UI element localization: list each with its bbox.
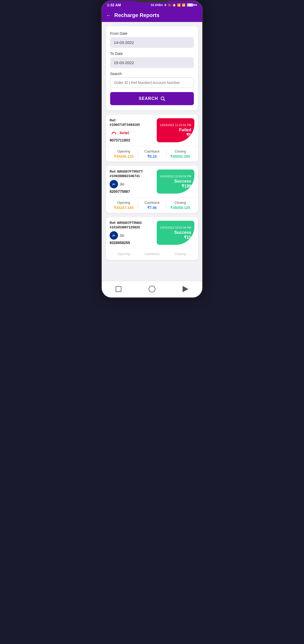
svg-line-1 (164, 100, 165, 101)
status-amount-1: ₹5 (186, 132, 191, 137)
closing-2: Closing ₹45056.125 (166, 201, 194, 210)
txn-info-3: Ref: BR0007FTR8IG #101653897125820 jio J… (110, 221, 154, 245)
provider-name-1: Airtel (120, 131, 129, 135)
balance-row-1: Opening ₹45056.125 Cashback ₹0.16 Closin… (106, 146, 198, 162)
provider-name-2: Jio (120, 182, 124, 186)
txn-ref-label-3: Ref: BR0007FTR8IG (110, 221, 154, 225)
search-button[interactable]: SEARCH (110, 92, 194, 105)
cashback-label-2: Cashback (138, 201, 166, 205)
txn-top-2: Ref: BR0007FTRNTT #109288882346741 jio J… (106, 166, 198, 197)
txn-ref-label-2: Ref: BR0007FTRNTT (110, 170, 154, 173)
search-input[interactable] (110, 77, 194, 88)
opening-3: Opening (110, 252, 138, 257)
main-content: From Date To Date Search SEARCH Ref: (102, 22, 202, 281)
nav-home-button[interactable] (147, 284, 157, 294)
from-date-label: From Date (110, 31, 194, 36)
header: ← Recharge Reports (102, 9, 202, 22)
bottom-nav (102, 281, 202, 297)
cashback-value-1: ₹0.16 (138, 154, 166, 159)
nav-back-button[interactable] (180, 284, 191, 294)
txn-info-2: Ref: BR0007FTRNTT #109288882346741 jio J… (110, 170, 154, 194)
notch (136, 1, 168, 2)
status-date-2: 14/03/2022 10:05:58 PM (160, 175, 191, 178)
search-label: Search (110, 72, 194, 76)
txn-phone-2: 8200775887 (110, 189, 154, 194)
cashback-2: Cashback ₹7.96 (138, 201, 166, 210)
status-label-3: Success (174, 230, 191, 235)
opening-1: Opening ₹45056.125 (110, 149, 138, 159)
closing-value-1: ₹45051.285 (166, 154, 194, 159)
provider-row-1: Airtel (110, 129, 154, 137)
transaction-card-3: Ref: BR0007FTR8IG #101653897125820 jio J… (106, 217, 198, 260)
circle-icon (149, 286, 155, 292)
status-amount-2: ₹199 (182, 184, 191, 189)
nav-square-button[interactable] (113, 284, 124, 294)
opening-2: Opening ₹45247.165 (110, 201, 138, 210)
opening-value-1: ₹45056.125 (110, 154, 138, 159)
closing-label-1: Closing (166, 149, 194, 153)
to-date-label: To Date (110, 52, 194, 56)
txn-ref-num-1: #106071973494165 (110, 123, 154, 127)
txn-ref-num-3: #101653897125820 (110, 225, 154, 229)
square-icon (116, 286, 121, 292)
txn-info-1: Ref: #106071973494165 Airtel 9 (110, 118, 154, 142)
transaction-card-1: Ref: #106071973494165 Airtel 9 (106, 115, 198, 162)
provider-row-2: jio Jio (110, 180, 154, 188)
cashback-1: Cashback ₹0.16 (138, 149, 166, 159)
closing-3: Closing (166, 252, 194, 257)
bluetooth-icon: ★ (164, 3, 167, 7)
filter-card: From Date To Date Search SEARCH (106, 26, 198, 110)
search-icon (160, 96, 165, 101)
closing-1: Closing ₹45051.285 (166, 149, 194, 159)
status-badge-3: 14/03/2022 10:03:44 PM Success ₹15 (157, 221, 194, 245)
mute-icon: 🔕 (168, 3, 171, 7)
cashback-label-3: Cashback (138, 252, 166, 256)
search-btn-label: SEARCH (139, 96, 158, 101)
txn-phone-3: 9328858255 (110, 241, 154, 245)
status-date-3: 14/03/2022 10:03:44 PM (160, 226, 191, 229)
airtel-logo-1 (110, 129, 118, 137)
status-time: 1:32 AM (107, 3, 121, 7)
page-title: Recharge Reports (114, 12, 159, 18)
closing-value-2: ₹45056.125 (166, 206, 194, 210)
txn-ref-num-2: #109288882346741 (110, 174, 154, 178)
triangle-icon (183, 286, 188, 292)
opening-label-1: Opening (110, 149, 138, 153)
transaction-card-2: Ref: BR0007FTRNTT #109288882346741 jio J… (106, 166, 198, 213)
back-button[interactable]: ← (106, 12, 111, 18)
network-speed: 33.1KB/s (151, 3, 163, 7)
status-label-2: Success (174, 179, 191, 184)
opening-label-2: Opening (110, 201, 138, 205)
balance-row-2: Opening ₹45247.165 Cashback ₹7.96 Closin… (106, 197, 198, 213)
status-badge-1: 14/03/2022 11:22:02 PM Failed ₹5 (157, 118, 194, 142)
balance-row-3: Opening Cashback Closing (106, 248, 198, 260)
status-badge-2: 14/03/2022 10:05:58 PM Success ₹199 (157, 170, 194, 194)
closing-label-3: Closing (166, 252, 194, 256)
phone-frame: 1:32 AM 33.1KB/s ★ 🔕 ⏰ 📶 📶 94 ← Recharge… (101, 0, 203, 298)
provider-name-3: Jio (120, 233, 124, 238)
provider-row-3: jio Jio (110, 231, 154, 240)
battery-icon (187, 3, 193, 7)
status-right-icons: 33.1KB/s ★ 🔕 ⏰ 📶 📶 94 (151, 3, 197, 7)
to-date-input[interactable] (110, 57, 194, 68)
opening-label-3: Opening (110, 252, 138, 256)
txn-top-3: Ref: BR0007FTR8IG #101653897125820 jio J… (106, 217, 198, 248)
txn-ref-label-1: Ref: (110, 118, 154, 122)
alarm-icon: ⏰ (172, 3, 176, 7)
from-date-input[interactable] (110, 37, 194, 48)
status-date-1: 14/03/2022 11:22:02 PM (160, 123, 191, 127)
jio-logo-2: jio (110, 180, 118, 188)
txn-phone-1: 9073711803 (110, 138, 154, 142)
wifi-icon: 📶 (182, 3, 185, 7)
status-amount-3: ₹15 (184, 235, 191, 240)
txn-top-1: Ref: #106071973494165 Airtel 9 (106, 115, 198, 146)
jio-logo-3: jio (110, 231, 118, 240)
svg-point-2 (110, 129, 117, 137)
opening-value-2: ₹45247.165 (110, 206, 138, 210)
cashback-3: Cashback (138, 252, 166, 257)
status-label-1: Failed (179, 128, 191, 132)
battery-percent: 94 (194, 3, 197, 7)
signal-icon: 📶 (177, 3, 181, 7)
cashback-label-1: Cashback (138, 149, 166, 153)
closing-label-2: Closing (166, 201, 194, 205)
